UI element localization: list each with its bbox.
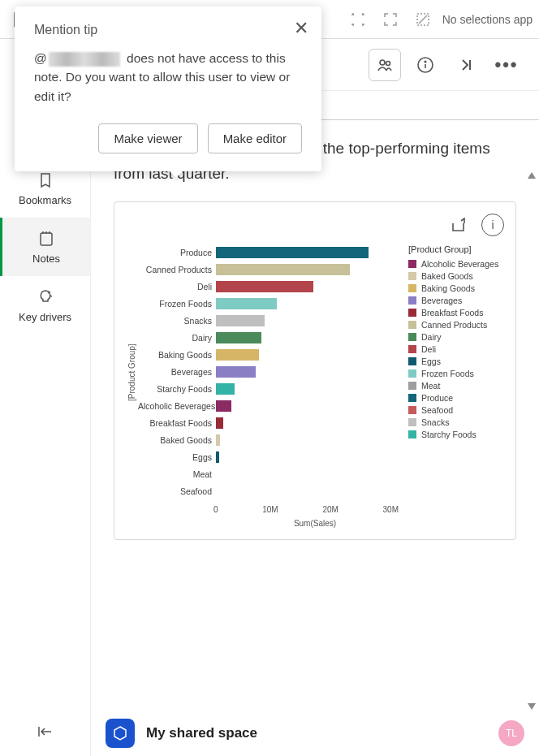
legend-label: Produce xyxy=(421,393,453,403)
make-viewer-button[interactable]: Make viewer xyxy=(98,123,197,153)
bar-track xyxy=(216,349,399,361)
legend-label: Baking Goods xyxy=(421,283,475,293)
legend-item[interactable]: Alcoholic Beverages xyxy=(408,259,504,269)
legend-swatch xyxy=(408,382,416,390)
bar[interactable] xyxy=(216,383,235,395)
bar[interactable] xyxy=(216,247,369,258)
bar[interactable] xyxy=(216,400,231,412)
bar-label: Eggs xyxy=(138,452,216,462)
legend-item[interactable]: Meat xyxy=(408,381,504,391)
sidebar-label-keydrivers: Key drivers xyxy=(19,311,71,323)
crop-icon[interactable] xyxy=(345,6,371,32)
fullscreen-icon[interactable] xyxy=(377,6,403,32)
bar-label: Dairy xyxy=(138,333,216,343)
sidebar-label-notes: Notes xyxy=(32,253,60,265)
bar[interactable] xyxy=(216,332,261,343)
info-button[interactable] xyxy=(409,49,442,81)
bar[interactable] xyxy=(216,349,259,361)
bar-track xyxy=(216,281,399,292)
legend-label: Baked Goods xyxy=(421,271,473,281)
bar-track xyxy=(216,400,399,412)
space-name[interactable]: My shared space xyxy=(146,725,257,741)
make-editor-button[interactable]: Make editor xyxy=(208,123,302,153)
note-content: @ Take a look at the top-performing item… xyxy=(91,120,539,711)
sidebar-item-keydrivers[interactable]: Key drivers xyxy=(0,276,90,335)
sidebar-item-notes[interactable]: Notes xyxy=(0,218,90,276)
svg-point-7 xyxy=(425,61,426,63)
bar-label: Canned Products xyxy=(138,265,216,274)
scroll-down-icon[interactable] xyxy=(528,703,536,710)
legend-item[interactable]: Snacks xyxy=(408,417,504,427)
space-icon[interactable] xyxy=(106,719,135,748)
bar-track xyxy=(216,315,399,326)
svg-point-3 xyxy=(380,60,385,65)
legend-item[interactable]: Seafood xyxy=(408,405,504,415)
bar-track xyxy=(216,366,399,378)
legend-item[interactable]: Dairy xyxy=(408,332,504,342)
legend-swatch xyxy=(408,406,416,414)
bar[interactable] xyxy=(216,417,223,429)
export-button[interactable] xyxy=(447,214,470,236)
legend-label: Frozen Foods xyxy=(421,369,474,378)
legend-item[interactable]: Baked Goods xyxy=(408,271,504,281)
bar[interactable] xyxy=(216,366,256,378)
legend-item[interactable]: Baking Goods xyxy=(408,283,504,293)
bar-row: Breakfast Foods xyxy=(138,415,399,432)
bar-track xyxy=(216,451,399,463)
x-axis-label: Sum(Sales) xyxy=(126,519,504,528)
bar[interactable] xyxy=(216,298,277,309)
legend-label: Seafood xyxy=(421,405,453,415)
legend-item[interactable]: Beverages xyxy=(408,296,504,305)
lightbulb-icon xyxy=(37,288,54,306)
bar-label: Produce xyxy=(138,248,216,257)
svg-rect-2 xyxy=(41,233,52,245)
legend-item[interactable]: Produce xyxy=(408,393,504,403)
legend-label: Eggs xyxy=(421,356,441,366)
bar-row: Meat xyxy=(138,466,399,483)
legend-swatch xyxy=(408,284,416,292)
legend-label: Meat xyxy=(421,381,440,391)
legend-item[interactable]: Starchy Foods xyxy=(408,430,504,439)
chart-info-button[interactable]: i xyxy=(481,214,504,236)
legend-swatch xyxy=(408,418,416,426)
collapse-panel-button[interactable] xyxy=(450,49,482,81)
bar-label: Baked Goods xyxy=(138,435,216,445)
bar[interactable] xyxy=(216,281,313,292)
legend-item[interactable]: Frozen Foods xyxy=(408,369,504,378)
bar[interactable] xyxy=(216,315,265,326)
bar-row: Baked Goods xyxy=(138,432,399,449)
legend-swatch xyxy=(408,272,416,280)
people-icon xyxy=(376,57,394,73)
legend-item[interactable]: Deli xyxy=(408,344,504,354)
bar[interactable] xyxy=(216,451,219,463)
bar[interactable] xyxy=(216,434,220,446)
bar[interactable] xyxy=(216,264,350,275)
bar-row: Snacks xyxy=(138,313,399,330)
bar-track xyxy=(216,383,399,395)
sidebar-collapse-button[interactable] xyxy=(0,707,90,756)
legend-item[interactable]: Eggs xyxy=(408,356,504,366)
bar-track xyxy=(216,434,399,446)
selection-disabled-icon[interactable] xyxy=(410,6,436,32)
bar-label: Starchy Foods xyxy=(138,384,216,394)
legend-swatch xyxy=(408,345,416,353)
legend-swatch xyxy=(408,369,416,378)
legend-item[interactable]: Breakfast Foods xyxy=(408,308,504,318)
chart-card: i [Product Group] ProduceCanned Products… xyxy=(114,201,516,540)
share-button[interactable] xyxy=(369,49,401,81)
chart-body: [Product Group] ProduceCanned ProductsDe… xyxy=(126,244,504,500)
bar-label: Deli xyxy=(138,282,216,292)
scroll-up-icon[interactable] xyxy=(528,172,536,179)
popover-arrow xyxy=(169,171,183,178)
bookmark-icon xyxy=(37,171,54,189)
more-button[interactable]: ••• xyxy=(490,49,523,81)
no-selections-text: No selections app xyxy=(442,13,533,26)
mention-tip-popover: Mention tip ✕ @ does not have access to … xyxy=(15,6,321,171)
legend-item[interactable]: Canned Products xyxy=(408,320,504,330)
avatar[interactable]: TL xyxy=(498,720,524,746)
legend-swatch xyxy=(408,394,416,402)
bar-track xyxy=(216,298,399,309)
x-tick: 0 xyxy=(213,505,218,514)
close-button[interactable]: ✕ xyxy=(294,18,308,39)
bar-label: Frozen Foods xyxy=(138,299,216,309)
